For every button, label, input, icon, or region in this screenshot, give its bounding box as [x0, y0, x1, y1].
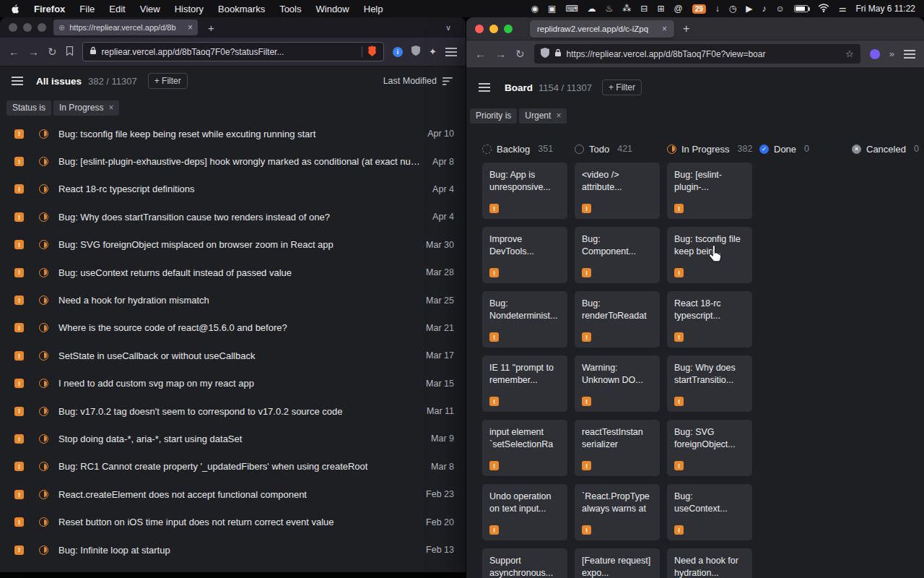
issue-row[interactable]: !Bug: tsconfig file keep being reset whi…: [0, 120, 466, 147]
kanban-card[interactable]: <video /> attribute...!: [575, 163, 660, 219]
priority-urgent-icon[interactable]: !: [674, 461, 684, 470]
battery-icon[interactable]: [794, 5, 808, 12]
priority-urgent-icon[interactable]: !: [14, 296, 24, 305]
issue-row[interactable]: !Bug: SVG foreignObject misplaced on bro…: [0, 231, 466, 259]
priority-urgent-icon[interactable]: !: [14, 490, 24, 499]
wifi-icon[interactable]: [818, 4, 829, 14]
priority-urgent-icon[interactable]: !: [582, 268, 591, 277]
status-in-progress-icon[interactable]: [39, 490, 48, 499]
issue-row[interactable]: !React.createElement does not accept fun…: [0, 480, 466, 508]
priority-urgent-icon[interactable]: !: [674, 332, 684, 342]
apple-menu-icon[interactable]: [0, 4, 27, 14]
menubar-app-name[interactable]: Firefox: [27, 4, 72, 14]
kanban-card[interactable]: Bug: Component...!: [575, 227, 660, 283]
issue-row[interactable]: !Reset button on iOS time input does not…: [0, 508, 466, 535]
tracking-protection-shield-icon[interactable]: [541, 48, 549, 60]
issue-row[interactable]: !Bug: Why does startTransition cause two…: [0, 203, 466, 230]
kanban-card[interactable]: Warning: Unknown DO...!: [575, 355, 660, 412]
kanban-card[interactable]: Bug: App is unresponsive...!: [482, 163, 567, 219]
download-icon[interactable]: ↓: [715, 4, 720, 14]
kanban-card[interactable]: Bug: [eslint-plugin-...!: [667, 163, 752, 219]
record-icon[interactable]: ◉: [531, 4, 538, 14]
issue-row[interactable]: !Bug: [eslint-plugin-exhaustive-deps] ho…: [0, 147, 466, 175]
priority-urgent-icon[interactable]: !: [489, 204, 499, 213]
reload-icon[interactable]: ↻: [48, 46, 57, 57]
kanban-card[interactable]: Bug: tsconfig file keep bein...!: [667, 227, 752, 283]
overflow-chevrons-icon[interactable]: »: [889, 49, 894, 59]
kanban-card[interactable]: Support asynchronous...!: [482, 548, 567, 578]
filter-value-chip[interactable]: Urgent ×: [519, 108, 567, 124]
play-icon[interactable]: ▶: [746, 4, 752, 14]
priority-urgent-icon[interactable]: !: [489, 525, 499, 535]
extension-icon[interactable]: ✦: [429, 46, 437, 57]
issue-row[interactable]: !I need to add custom svg map on my reac…: [0, 370, 466, 397]
priority-urgent-icon[interactable]: !: [14, 268, 24, 277]
kanban-card[interactable]: Bug: Why does startTransitio...!: [667, 355, 752, 412]
new-tab-button[interactable]: +: [205, 22, 217, 34]
brave-shields-icon[interactable]: [367, 46, 377, 59]
kanban-card[interactable]: input element `setSelectionRa!: [482, 420, 567, 476]
new-tab-button[interactable]: +: [683, 22, 689, 35]
issue-row[interactable]: !React 18-rc typescript definitionsApr 4: [0, 176, 466, 203]
menubar-clock[interactable]: Fri May 6 11:22: [856, 4, 915, 14]
kanban-card[interactable]: Undo operation on text input...!: [482, 484, 567, 540]
screen-share-icon[interactable]: ▣: [548, 4, 556, 14]
kanban-card[interactable]: Bug: Nondeterminist...!: [482, 291, 567, 348]
sidebar-menu-icon[interactable]: [12, 77, 23, 85]
priority-urgent-icon[interactable]: !: [489, 332, 499, 342]
close-window-button[interactable]: [475, 25, 484, 33]
priority-urgent-icon[interactable]: !: [489, 397, 499, 406]
status-in-progress-icon[interactable]: [39, 240, 48, 249]
priority-urgent-icon[interactable]: !: [674, 397, 684, 406]
issue-row[interactable]: !Bug: v17.0.2 tag doesn't seem to corres…: [0, 397, 466, 425]
menubar-menu-window[interactable]: Window: [309, 4, 357, 14]
issue-row[interactable]: !Stop doing data-*, aria-*, start using …: [0, 425, 466, 452]
filter-field-chip[interactable]: Status is: [6, 100, 51, 116]
priority-urgent-icon[interactable]: !: [489, 268, 499, 277]
kanban-card[interactable]: reactTestInstan serializer!: [575, 420, 660, 476]
hotspot-icon[interactable]: ♨: [606, 4, 614, 14]
kanban-card[interactable]: Need a hook for hydration...!: [667, 548, 752, 578]
kanban-card[interactable]: Bug: renderToReadat!: [575, 291, 660, 348]
tab-close-icon[interactable]: ×: [188, 22, 193, 33]
priority-urgent-icon[interactable]: !: [674, 204, 684, 213]
status-in-progress-icon[interactable]: [39, 268, 48, 277]
browser-menu-icon[interactable]: [904, 50, 915, 59]
status-in-progress-icon[interactable]: [39, 434, 48, 444]
status-in-progress-icon[interactable]: [39, 462, 48, 471]
zoom-window-button[interactable]: [504, 25, 513, 33]
browser-tab[interactable]: ⊕ https://repliear.vercel.app/d/8b ×: [53, 20, 198, 35]
kanban-card[interactable]: `React.PropType always warns at!: [575, 484, 660, 540]
priority-urgent-icon[interactable]: !: [582, 461, 591, 470]
priority-urgent-icon[interactable]: !: [14, 129, 24, 139]
status-in-progress-icon[interactable]: [39, 323, 48, 332]
left-url-bar[interactable]: repliear.vercel.app/d/8bTaoq7F0e?statusF…: [82, 42, 385, 61]
zoom-window-button[interactable]: [38, 23, 46, 32]
add-filter-button[interactable]: + Filter: [602, 79, 642, 95]
priority-urgent-icon[interactable]: !: [14, 434, 24, 444]
priority-urgent-icon[interactable]: !: [14, 407, 24, 416]
clock-icon[interactable]: ◷: [729, 4, 736, 14]
priority-urgent-icon[interactable]: !: [582, 332, 591, 342]
right-url-bar[interactable]: https://repliear.vercel.app/d/8bTaoq7F0e…: [534, 44, 860, 64]
status-in-progress-icon[interactable]: [39, 517, 48, 527]
add-filter-button[interactable]: + Filter: [148, 73, 188, 89]
menubar-menu-file[interactable]: File: [72, 4, 102, 14]
minimize-window-button[interactable]: [23, 23, 32, 32]
kanban-card[interactable]: Improve DevTools...!: [482, 227, 567, 283]
status-in-progress-icon[interactable]: [39, 157, 48, 166]
remove-filter-icon[interactable]: ×: [556, 111, 561, 121]
bookmark-star-icon[interactable]: ☆: [845, 48, 854, 59]
menubar-menu-history[interactable]: History: [167, 4, 211, 14]
close-window-button[interactable]: [9, 23, 17, 32]
display-icon[interactable]: ⊟: [640, 4, 648, 14]
browser-tab[interactable]: replidraw2.vercel.app/d/c-iZpq ×: [530, 20, 674, 38]
tab-close-icon[interactable]: ×: [662, 24, 667, 34]
priority-urgent-icon[interactable]: !: [674, 268, 684, 277]
user-icon[interactable]: ☺: [775, 4, 784, 14]
priority-urgent-icon[interactable]: !: [14, 351, 24, 361]
menubar-menu-help[interactable]: Help: [357, 4, 391, 14]
extension-badge-icon[interactable]: [870, 49, 880, 59]
menubar-menu-bookmarks[interactable]: Bookmarks: [211, 4, 272, 14]
kanban-card[interactable]: React 18-rc typescript...!: [667, 291, 752, 348]
